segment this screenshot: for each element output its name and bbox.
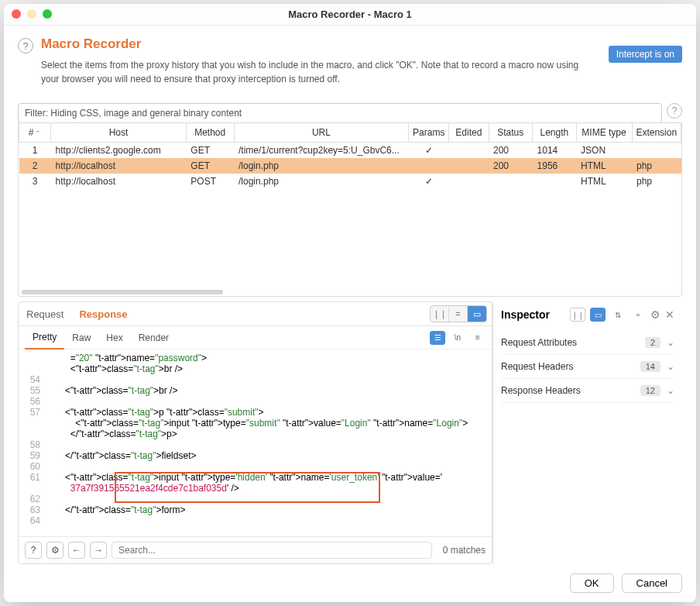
tab-request[interactable]: Request: [19, 302, 71, 325]
subtab-render[interactable]: Render: [131, 327, 177, 349]
hamburger-icon[interactable]: ≡: [470, 331, 486, 345]
inspector-list-icon[interactable]: ❘❘: [570, 308, 585, 322]
code-line: 61 <"t-attr">class="t-tag">input "t-attr…: [19, 472, 492, 483]
col-status[interactable]: Status: [489, 123, 533, 143]
zoom-window-icon[interactable]: [43, 9, 52, 19]
horizontal-scrollbar[interactable]: [19, 288, 681, 296]
code-line: 54: [19, 374, 492, 385]
help-icon[interactable]: ?: [18, 38, 33, 53]
col-mime[interactable]: MIME type: [576, 123, 632, 143]
inspector-panel-icon[interactable]: ▭: [590, 308, 606, 322]
subtab-pretty[interactable]: Pretty: [25, 326, 64, 349]
table-row[interactable]: 1http://clients2.google.comGET/time/1/cu…: [19, 143, 681, 159]
col-ext[interactable]: Extension: [632, 123, 681, 143]
ok-button[interactable]: OK: [570, 573, 614, 593]
count-badge: 2: [645, 337, 661, 348]
code-line: 57 <"t-attr">class="t-tag">p "t-attr">cl…: [19, 407, 492, 418]
inspector-expand-icon[interactable]: ⇅: [610, 308, 626, 322]
search-input[interactable]: [112, 542, 432, 559]
page-title: Macro Recorder: [41, 36, 601, 52]
count-badge: 12: [640, 385, 661, 396]
filter-input[interactable]: [18, 103, 662, 123]
code-line: 55 <"t-attr">class="t-tag">br />: [19, 385, 492, 396]
subtab-raw[interactable]: Raw: [64, 327, 98, 349]
col-length[interactable]: Length: [533, 123, 577, 143]
col-edited[interactable]: Edited: [449, 123, 489, 143]
subtab-hex[interactable]: Hex: [98, 327, 130, 349]
code-line: 59 </"t-attr">class="t-tag">fieldset>: [19, 450, 492, 461]
col-params[interactable]: Params: [409, 123, 449, 143]
code-viewer[interactable]: ="20" "t-attr">name="password"> <"t-attr…: [19, 349, 492, 536]
code-line: 64: [19, 515, 492, 526]
inspector-divide-icon[interactable]: ÷: [630, 308, 646, 322]
code-line: </"t-attr">class="t-tag">p>: [19, 429, 492, 439]
col-method[interactable]: Method: [186, 123, 234, 143]
code-line: 60: [19, 461, 492, 472]
inspector-row[interactable]: Request Attributes2⌄: [501, 331, 674, 355]
prev-match-icon[interactable]: ←: [68, 542, 85, 559]
code-line: 62: [19, 494, 492, 504]
cancel-button[interactable]: Cancel: [622, 573, 682, 593]
code-line: 58: [19, 439, 492, 450]
count-badge: 14: [640, 361, 661, 372]
inspector-row[interactable]: Response Headers12⌄: [501, 379, 674, 403]
inspector-row-label: Request Attributes: [501, 337, 645, 348]
layout-columns-icon[interactable]: ❘❘: [431, 306, 449, 322]
page-description: Select the items from the proxy history …: [41, 58, 591, 86]
col-number[interactable]: #⌃: [19, 123, 51, 143]
newline-icon[interactable]: \n: [450, 331, 465, 345]
next-match-icon[interactable]: →: [90, 542, 107, 559]
match-count: 0 matches: [437, 545, 486, 556]
code-line: 63 </"t-attr">class="t-tag">form>: [19, 504, 492, 515]
table-row[interactable]: 2http://localhostGET/login.php2001956HTM…: [19, 158, 681, 174]
help-icon-footer[interactable]: ?: [25, 542, 42, 559]
titlebar: Macro Recorder - Macro 1: [4, 4, 696, 26]
chevron-down-icon: ⌄: [667, 337, 674, 348]
layout-rows-icon[interactable]: =: [449, 306, 468, 322]
inspector-row[interactable]: Request Headers14⌄: [501, 355, 674, 379]
inspector-close-icon[interactable]: ✕: [665, 308, 674, 321]
inspector-row-label: Response Headers: [501, 385, 640, 396]
chevron-down-icon: ⌄: [667, 361, 674, 372]
code-line: <"t-attr">class="t-tag">br />: [19, 363, 492, 374]
code-line: 37a7f391565521ea2f4cde7c1baf035d' />: [19, 483, 492, 494]
col-url[interactable]: URL: [234, 123, 409, 143]
inspector-row-label: Request Headers: [501, 361, 640, 372]
code-line: 56: [19, 396, 492, 407]
filter-help-icon[interactable]: ?: [667, 103, 682, 119]
history-table: #⌃ Host Method URL Params Edited Status …: [18, 122, 682, 297]
table-row[interactable]: 3http://localhostPOST/login.php✓HTMLphp: [19, 174, 681, 189]
intercept-button[interactable]: Intercept is on: [609, 46, 682, 63]
close-window-icon[interactable]: [12, 9, 21, 19]
minimize-window-icon[interactable]: [27, 9, 36, 19]
code-line: <"t-attr">class="t-tag">input "t-attr">t…: [19, 418, 492, 429]
window-title: Macro Recorder - Macro 1: [288, 9, 412, 20]
tab-response[interactable]: Response: [71, 302, 135, 325]
gear-icon[interactable]: ⚙: [46, 542, 63, 559]
inspector-title: Inspector: [501, 308, 565, 321]
code-line: ="20" "t-attr">name="password">: [19, 353, 492, 363]
inspector-gear-icon[interactable]: ⚙: [650, 308, 661, 321]
chevron-down-icon: ⌄: [667, 385, 674, 396]
layout-single-icon[interactable]: ▭: [468, 306, 486, 322]
actions-icon[interactable]: ☰: [430, 331, 445, 345]
col-host[interactable]: Host: [51, 123, 187, 143]
